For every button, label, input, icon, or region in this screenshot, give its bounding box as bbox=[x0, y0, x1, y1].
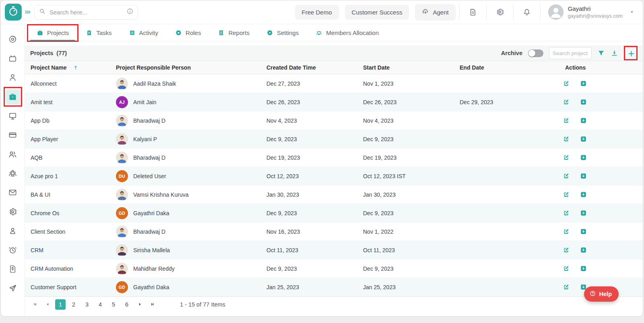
chevron-down-icon[interactable] bbox=[629, 9, 635, 15]
sidebar-item-briefcase[interactable] bbox=[1, 87, 25, 107]
sidebar-item-person[interactable] bbox=[1, 68, 25, 87]
first-page-icon[interactable] bbox=[30, 300, 40, 309]
sidebar-expand-icon[interactable] bbox=[25, 9, 31, 15]
app-logo[interactable] bbox=[5, 4, 22, 21]
tab-label: Settings bbox=[277, 29, 299, 36]
actions-cell bbox=[556, 247, 643, 253]
tab-reports[interactable]: Reports bbox=[209, 24, 258, 41]
table-row[interactable]: Azue pro 1DUDeleted UserOct 12, 2023Oct … bbox=[25, 167, 643, 185]
table-row[interactable]: BA & UIVamsi Krishna KuruvaJan 30, 2023J… bbox=[25, 185, 643, 204]
archive-icon[interactable] bbox=[580, 154, 587, 161]
archive-icon[interactable] bbox=[580, 173, 587, 179]
edit-icon[interactable] bbox=[563, 191, 570, 198]
sidebar-item-mail[interactable] bbox=[1, 183, 25, 202]
page-number-2[interactable]: 2 bbox=[68, 299, 79, 310]
notification-bell-icon[interactable] bbox=[522, 8, 531, 16]
gear-icon[interactable] bbox=[495, 8, 504, 16]
tab-settings[interactable]: Settings bbox=[258, 24, 307, 41]
user-menu[interactable]: Gayathri gayathri@snovasys.com bbox=[568, 5, 623, 19]
archive-icon[interactable] bbox=[580, 191, 587, 198]
created-date-cell: Dec 9, 2023 bbox=[266, 210, 363, 216]
tab-tasks[interactable]: Tasks bbox=[77, 24, 120, 41]
sidebar-item-alarm[interactable] bbox=[1, 241, 25, 260]
column-header-created[interactable]: Created Date Time bbox=[266, 64, 363, 71]
edit-icon[interactable] bbox=[563, 210, 570, 216]
document-icon[interactable] bbox=[469, 8, 477, 16]
archive-icon[interactable] bbox=[580, 247, 587, 253]
page-number-6[interactable]: 6 bbox=[122, 299, 132, 310]
left-sidebar bbox=[1, 24, 25, 317]
sidebar-item-invoice[interactable] bbox=[1, 259, 25, 279]
sidebar-item-send[interactable] bbox=[1, 279, 25, 298]
edit-icon[interactable] bbox=[563, 99, 570, 105]
table-row[interactable]: Chrome OsGDGayathri DakaDec 9, 2023Dec 9… bbox=[25, 204, 643, 222]
archive-icon[interactable] bbox=[580, 80, 587, 87]
sidebar-item-gear[interactable] bbox=[1, 202, 25, 221]
filter-icon[interactable] bbox=[597, 49, 605, 57]
table-row[interactable]: AllconnectAadil Raza ShaikDec 27, 2023No… bbox=[25, 74, 643, 93]
archive-icon[interactable] bbox=[580, 136, 587, 142]
avatar-photo bbox=[116, 115, 128, 127]
tab-activity[interactable]: Activity bbox=[120, 24, 167, 41]
sort-ascending-icon[interactable] bbox=[73, 65, 78, 70]
archive-icon[interactable] bbox=[580, 117, 587, 124]
edit-icon[interactable] bbox=[563, 136, 570, 142]
table-row[interactable]: Amit testAJAmit JainDec 26, 2023Dec 26, … bbox=[25, 93, 643, 111]
edit-icon[interactable] bbox=[563, 247, 570, 253]
archive-toggle[interactable] bbox=[528, 49, 543, 57]
free-demo-button[interactable]: Free Demo bbox=[295, 5, 339, 20]
archive-icon[interactable] bbox=[580, 99, 587, 105]
page-number-5[interactable]: 5 bbox=[108, 299, 119, 310]
edit-icon[interactable] bbox=[563, 80, 570, 87]
table-row[interactable]: App PlayerKalyani PDec 9, 2023Dec 9, 202… bbox=[25, 130, 643, 148]
user-avatar[interactable] bbox=[548, 4, 564, 20]
table-row[interactable]: CRMSirisha MallelaOct 11, 2023Oct 11, 20… bbox=[25, 241, 643, 259]
tab-members-allocation[interactable]: Members Allocation bbox=[307, 24, 387, 41]
column-header-person[interactable]: Project Responsible Person bbox=[116, 64, 266, 71]
edit-icon[interactable] bbox=[563, 284, 570, 290]
table-row[interactable]: Customer SupportGDGayathri DakaJan 25, 2… bbox=[25, 278, 643, 296]
archive-icon[interactable] bbox=[580, 210, 587, 216]
column-header-start[interactable]: Start Date bbox=[363, 64, 460, 71]
last-page-icon[interactable] bbox=[147, 300, 157, 309]
page-number-4[interactable]: 4 bbox=[95, 299, 105, 310]
help-button[interactable]: Help bbox=[584, 286, 619, 302]
person-name: Kalyani P bbox=[133, 136, 157, 142]
sidebar-item-person-badge[interactable] bbox=[1, 221, 25, 241]
archive-icon[interactable] bbox=[580, 228, 587, 235]
table-row[interactable]: AQBBharadwaj DDec 19, 2023Dec 19, 2023 bbox=[25, 148, 643, 167]
sidebar-item-monitor[interactable] bbox=[1, 106, 25, 125]
next-page-icon[interactable] bbox=[135, 300, 144, 309]
page-number-3[interactable]: 3 bbox=[82, 299, 92, 310]
tab-projects[interactable]: Projects bbox=[28, 24, 77, 41]
add-project-button[interactable] bbox=[627, 49, 635, 57]
sidebar-item-tv[interactable] bbox=[1, 49, 25, 68]
tab-roles[interactable]: Roles bbox=[167, 24, 209, 41]
help-label: Help bbox=[599, 291, 612, 297]
avatar-initials: AJ bbox=[116, 96, 128, 108]
archive-icon[interactable] bbox=[580, 265, 587, 272]
page-number-1[interactable]: 1 bbox=[55, 299, 66, 310]
download-icon[interactable] bbox=[611, 49, 618, 57]
column-header-end[interactable]: End Date bbox=[460, 64, 556, 71]
sidebar-item-target[interactable] bbox=[1, 30, 25, 49]
previous-page-icon[interactable] bbox=[43, 300, 52, 309]
sidebar-item-card[interactable] bbox=[1, 125, 25, 145]
info-icon[interactable] bbox=[126, 8, 134, 16]
person-silhouette-icon bbox=[548, 14, 564, 20]
column-header-project-name[interactable]: Project Name bbox=[31, 64, 116, 71]
edit-icon[interactable] bbox=[563, 154, 570, 161]
edit-icon[interactable] bbox=[563, 173, 570, 179]
table-row[interactable]: CRM AutomationMahidhar ReddyDec 9, 2023D… bbox=[25, 259, 643, 278]
table-row[interactable]: Client SectionBharadwaj DNov 16, 2023Nov… bbox=[25, 222, 643, 241]
edit-icon[interactable] bbox=[563, 117, 570, 124]
edit-icon[interactable] bbox=[563, 228, 570, 235]
table-row[interactable]: App DbBharadwaj DNov 4, 2023Nov 4, 2023 bbox=[25, 111, 643, 130]
edit-icon[interactable] bbox=[563, 265, 570, 272]
global-search-input[interactable] bbox=[50, 9, 123, 16]
agent-button[interactable]: Agent bbox=[415, 4, 455, 21]
project-search-input[interactable] bbox=[549, 47, 592, 59]
sidebar-item-people[interactable] bbox=[1, 145, 25, 164]
sidebar-item-team[interactable] bbox=[1, 164, 25, 183]
customer-success-button[interactable]: Customer Success bbox=[345, 5, 409, 20]
